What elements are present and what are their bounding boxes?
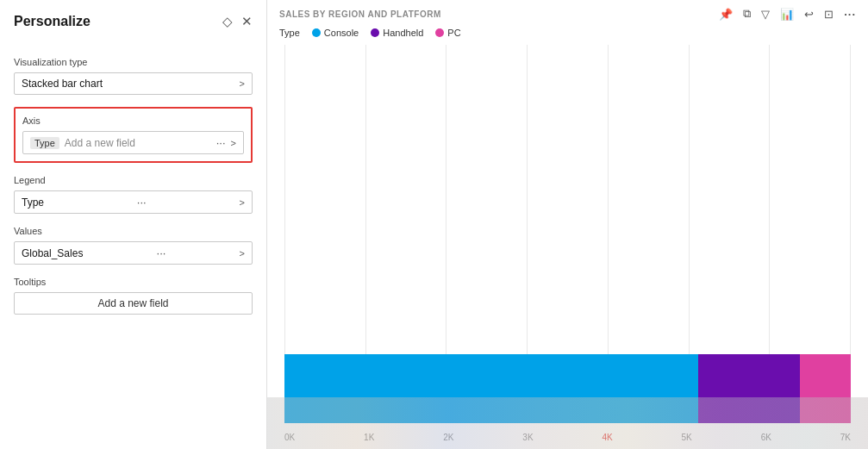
personalize-panel: Personalize ◇ ✕ Visualization type Stack… xyxy=(0,0,267,449)
tooltips-add-label: Add a new field xyxy=(97,297,168,309)
pc-dot xyxy=(435,28,444,37)
undo-icon[interactable]: ↩ xyxy=(804,8,814,21)
legend-console: Console xyxy=(312,28,359,38)
thumbnail-strip xyxy=(267,397,868,449)
chart-content: 0K 1K 2K 3K 4K 5K 6K 7K xyxy=(267,45,868,449)
pin-toolbar-icon[interactable]: 📌 xyxy=(719,8,733,21)
values-label: Values xyxy=(14,226,253,236)
viz-type-chevron: > xyxy=(240,78,245,89)
legend-pc: PC xyxy=(435,28,460,38)
legend-chevron[interactable]: > xyxy=(240,197,245,208)
pc-label: PC xyxy=(447,28,460,38)
axis-dots[interactable]: ··· xyxy=(216,136,226,149)
viz-type-label: Visualization type xyxy=(14,57,253,67)
filter-icon[interactable]: ▽ xyxy=(761,8,770,21)
values-chevron[interactable]: > xyxy=(240,248,245,259)
axis-label: Axis xyxy=(22,115,244,126)
values-field[interactable]: Global_Sales ··· > xyxy=(14,241,253,265)
legend-handheld: Handheld xyxy=(371,28,423,38)
axis-field-tag: Type xyxy=(30,137,59,149)
console-dot xyxy=(312,28,321,37)
axis-add-placeholder: Add a new field xyxy=(65,137,211,149)
legend-dots[interactable]: ··· xyxy=(137,196,147,209)
legend-label: Legend xyxy=(14,175,253,185)
viz-type-section: Visualization type Stacked bar chart > xyxy=(14,45,253,95)
tooltips-section: Tooltips Add a new field xyxy=(14,265,253,315)
values-value: Global_Sales xyxy=(22,247,83,259)
legend-value: Type xyxy=(22,196,44,209)
chart-area: SALES BY REGION AND PLATFORM 📌 ⧉ ▽ 📊 ↩ ⊡… xyxy=(267,0,868,449)
values-section: Values Global_Sales ··· > xyxy=(14,214,253,265)
chart-type-icon[interactable]: 📊 xyxy=(780,8,794,21)
axis-field[interactable]: Type Add a new field ··· > xyxy=(22,131,244,154)
console-label: Console xyxy=(324,28,359,38)
chart-legend: Type Console Handheld PC xyxy=(267,24,868,45)
viz-type-dropdown[interactable]: Stacked bar chart > xyxy=(14,72,253,95)
pin-icon[interactable]: ◇ xyxy=(222,14,233,29)
handheld-label: Handheld xyxy=(383,28,423,38)
legend-field[interactable]: Type ··· > xyxy=(14,190,253,214)
chart-title: SALES BY REGION AND PLATFORM xyxy=(279,9,441,19)
tooltips-label: Tooltips xyxy=(14,277,253,287)
values-dots[interactable]: ··· xyxy=(157,246,166,259)
copy-icon[interactable]: ⧉ xyxy=(743,7,751,21)
toolbar-icons: 📌 ⧉ ▽ 📊 ↩ ⊡ ··· xyxy=(719,7,856,21)
legend-type-label: Type xyxy=(279,28,300,38)
viz-type-value: Stacked bar chart xyxy=(22,78,103,90)
handheld-dot xyxy=(371,28,379,37)
close-icon[interactable]: ✕ xyxy=(241,14,253,29)
more-options-icon[interactable]: ··· xyxy=(844,8,856,21)
panel-title: Personalize xyxy=(14,14,91,29)
legend-section: Legend Type ··· > xyxy=(14,163,253,214)
tooltips-add-button[interactable]: Add a new field xyxy=(14,292,253,315)
axis-chevron[interactable]: > xyxy=(231,138,236,148)
panel-header: Personalize ◇ ✕ xyxy=(14,14,253,29)
axis-section: Axis Type Add a new field ··· > xyxy=(14,107,253,163)
chart-toolbar: SALES BY REGION AND PLATFORM 📌 ⧉ ▽ 📊 ↩ ⊡… xyxy=(267,0,868,24)
expand-icon[interactable]: ⊡ xyxy=(824,8,834,21)
panel-header-icons: ◇ ✕ xyxy=(222,14,253,29)
